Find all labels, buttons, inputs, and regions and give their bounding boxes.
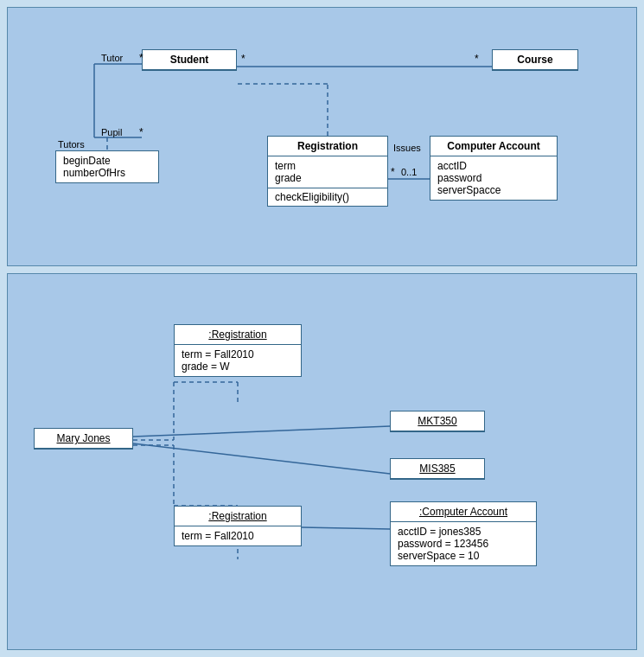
bottom-panel: Mary Jones :Registration term = Fall2010… xyxy=(7,273,637,650)
tutor-assoc-body: beginDate numberOfHrs xyxy=(56,151,158,182)
svg-text:*: * xyxy=(139,126,143,138)
computer-account-class: Computer Account acctID password serverS… xyxy=(430,136,558,201)
svg-line-19 xyxy=(133,443,390,474)
ca-serverspace: serverSpace = 10 xyxy=(398,550,529,562)
attr-password: password xyxy=(437,172,550,184)
attr-term: term xyxy=(275,160,380,172)
reg1-grade: grade = W xyxy=(182,360,294,373)
svg-text:*: * xyxy=(475,53,479,65)
computer-account-header: Computer Account xyxy=(430,137,557,156)
computer-account-object: :Computer Account acctID = jones385 pass… xyxy=(390,501,537,566)
registration2-header: :Registration xyxy=(175,507,301,526)
student-header: Student xyxy=(143,50,236,70)
computer-account-obj-body: acctID = jones385 password = 123456 serv… xyxy=(391,522,536,565)
course-class: Course xyxy=(492,49,578,71)
registration1-object: :Registration term = Fall2010 grade = W xyxy=(174,324,302,377)
svg-text:0..1: 0..1 xyxy=(401,167,417,177)
ca-acctid: acctID = jones385 xyxy=(398,526,529,538)
attr-serverspace: serverSpacce xyxy=(437,184,550,196)
bottom-svg xyxy=(8,274,636,649)
svg-line-28 xyxy=(302,527,390,529)
reg2-term: term = Fall2010 xyxy=(182,530,294,542)
registration-class: Registration term grade checkEligibility… xyxy=(267,136,388,207)
mis385-object: MIS385 xyxy=(390,458,485,480)
method-checkeligibility: checkEligibility() xyxy=(275,191,380,203)
top-panel: Student Course beginDate numberOfHrs Reg… xyxy=(7,7,637,266)
registration-methods: checkEligibility() xyxy=(268,188,387,206)
main-container: Student Course beginDate numberOfHrs Reg… xyxy=(0,0,644,657)
svg-text:Pupil: Pupil xyxy=(101,127,122,137)
svg-text:Issues: Issues xyxy=(393,143,421,153)
registration-attrs: term grade xyxy=(268,156,387,188)
svg-line-18 xyxy=(133,426,390,437)
mis385-header: MIS385 xyxy=(391,459,484,479)
tutor-assoc-class: beginDate numberOfHrs xyxy=(55,150,159,183)
attr-numberofhrs: numberOfHrs xyxy=(63,167,151,179)
svg-text:*: * xyxy=(391,166,395,178)
mary-jones-header: Mary Jones xyxy=(35,429,132,449)
registration1-body: term = Fall2010 grade = W xyxy=(175,345,301,376)
svg-text:*: * xyxy=(241,53,245,65)
ca-password: password = 123456 xyxy=(398,538,529,550)
student-class: Student xyxy=(142,49,237,71)
computer-account-attrs: acctID password serverSpacce xyxy=(430,156,557,200)
attr-begindate: beginDate xyxy=(63,155,151,167)
registration1-header: :Registration xyxy=(175,325,301,345)
course-header: Course xyxy=(493,50,577,70)
computer-account-obj-header: :Computer Account xyxy=(391,502,536,522)
reg1-term: term = Fall2010 xyxy=(182,348,294,360)
mkt350-object: MKT350 xyxy=(390,411,485,432)
mary-jones-object: Mary Jones xyxy=(34,428,133,450)
registration2-body: term = Fall2010 xyxy=(175,526,301,545)
registration2-object: :Registration term = Fall2010 xyxy=(174,506,302,546)
attr-grade: grade xyxy=(275,172,380,184)
mkt350-header: MKT350 xyxy=(391,411,484,431)
registration-header: Registration xyxy=(268,137,387,156)
svg-text:Tutors: Tutors xyxy=(58,139,85,150)
svg-text:Tutor: Tutor xyxy=(101,53,124,63)
attr-acctid: acctID xyxy=(437,160,550,172)
